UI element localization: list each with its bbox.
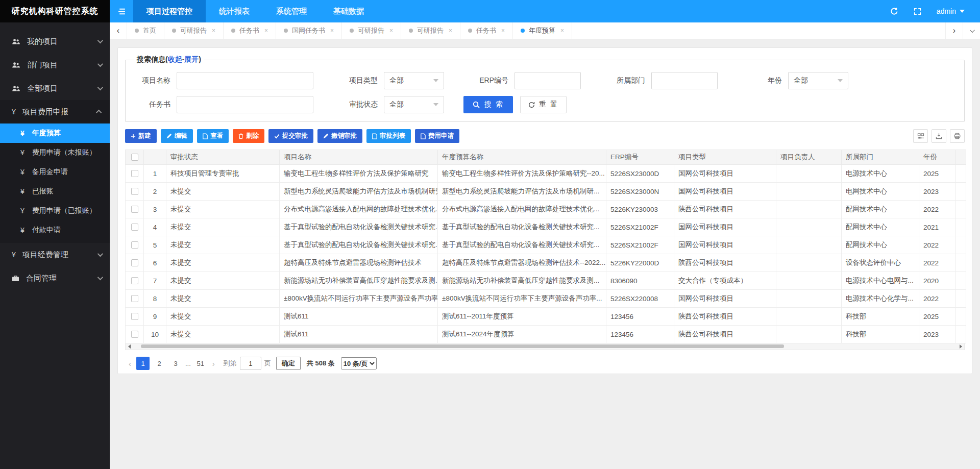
tab-dot-icon xyxy=(350,29,354,33)
sidebar-subitem[interactable]: ¥费用申请（已报账） xyxy=(0,201,110,220)
leader-cell xyxy=(776,272,842,290)
tab[interactable]: 任务书× xyxy=(224,22,276,39)
sidebar-subitem[interactable]: ¥付款申请 xyxy=(0,220,110,240)
columns-button[interactable] xyxy=(913,129,928,143)
fullscreen-icon[interactable] xyxy=(914,8,921,15)
table-row[interactable]: 2未提交新型电力系统灵活爬坡能力评估方法及市场机制研究新型电力系统灵活爬坡能力评… xyxy=(126,183,966,201)
close-icon[interactable]: × xyxy=(560,27,564,34)
page-button-3[interactable]: 3 xyxy=(169,357,182,370)
status-select[interactable]: 全部 xyxy=(384,96,444,113)
confirm-button[interactable]: 确定 xyxy=(276,357,301,370)
close-icon[interactable]: × xyxy=(501,27,505,34)
费用申请-button[interactable]: 费用申请 xyxy=(415,129,459,143)
sidebar-item[interactable]: ¥项目费用申报 xyxy=(0,100,110,124)
tab[interactable]: 任务书× xyxy=(460,22,513,39)
close-icon[interactable]: × xyxy=(389,27,393,34)
jump-page-input[interactable] xyxy=(240,357,261,370)
print-button[interactable] xyxy=(950,129,965,143)
next-page-icon[interactable]: › xyxy=(209,359,218,368)
编辑-button[interactable]: 编辑 xyxy=(161,129,193,143)
row-checkbox[interactable] xyxy=(131,331,138,338)
reset-button[interactable]: 重 置 xyxy=(520,96,567,113)
nav-item-1[interactable]: 统计报表 xyxy=(206,0,263,22)
sidebar-subitem[interactable]: ¥费用申请（未报账） xyxy=(0,143,110,162)
task-input[interactable] xyxy=(177,96,313,113)
tab[interactable]: 首页 xyxy=(127,22,164,39)
scroll-left-icon[interactable] xyxy=(126,343,133,350)
table-row[interactable]: 4未提交基于真型试验的配电自动化设备检测关键技术研究...基于真型试验的配电自动… xyxy=(126,218,966,236)
expand-link[interactable]: 展开 xyxy=(184,55,199,63)
row-checkbox[interactable] xyxy=(131,313,138,320)
sidebar-item[interactable]: 我的项目 xyxy=(0,30,110,53)
table-row[interactable]: 1科技项目管理专责审批输变电工程生物多样性评价方法及保护策略研究输变电工程生物多… xyxy=(126,165,966,183)
sidebar-subitem[interactable]: ¥已报账 xyxy=(0,182,110,201)
查看-button[interactable]: 查看 xyxy=(197,129,229,143)
tabs-scroll-left-icon[interactable]: ‹ xyxy=(110,22,127,39)
row-checkbox[interactable] xyxy=(131,277,138,284)
tab[interactable]: 国网任务书× xyxy=(276,22,342,39)
审批列表-button[interactable]: 审批列表 xyxy=(366,129,411,143)
page-button-1[interactable]: 1 xyxy=(136,357,150,370)
sidebar-item[interactable]: ¥项目经费管理 xyxy=(0,243,110,266)
scroll-right-icon[interactable] xyxy=(957,343,964,350)
dept-input[interactable] xyxy=(651,72,718,89)
user-menu[interactable]: admin xyxy=(937,7,965,15)
scrollbar-thumb[interactable] xyxy=(141,344,784,348)
select-all-checkbox[interactable] xyxy=(131,154,138,161)
sidebar-item[interactable]: 合同管理 xyxy=(0,266,110,290)
sidebar-item[interactable]: 全部项目 xyxy=(0,77,110,100)
horizontal-scrollbar[interactable] xyxy=(125,343,965,350)
year-select[interactable]: 全部 xyxy=(788,72,848,89)
project-name-input[interactable] xyxy=(177,72,313,89)
page-button-2[interactable]: 2 xyxy=(153,357,166,370)
collapse-link[interactable]: 收起 xyxy=(168,55,182,63)
prev-page-icon[interactable]: ‹ xyxy=(125,359,135,368)
chevron-down-icon xyxy=(960,10,965,13)
table-row[interactable]: 9未提交测试611测试611--2011年度预算123456陕西公司科技项目科技… xyxy=(126,308,966,326)
close-icon[interactable]: × xyxy=(212,27,215,34)
删除-button[interactable]: 删除 xyxy=(233,129,264,143)
row-checkbox[interactable] xyxy=(131,259,138,266)
erp-input[interactable] xyxy=(514,72,581,89)
row-checkbox[interactable] xyxy=(131,295,138,302)
tabs-menu-icon[interactable] xyxy=(963,22,980,39)
tab-dot-icon xyxy=(284,29,288,33)
nav-item-3[interactable]: 基础数据 xyxy=(320,0,377,22)
row-checkbox[interactable] xyxy=(131,170,138,177)
sidebar-subitem[interactable]: ¥年度预算 xyxy=(0,124,110,143)
row-checkbox[interactable] xyxy=(131,206,138,213)
table-row[interactable]: 5未提交基于真型试验的配电自动化设备检测关键技术研究...基于真型试验的配电自动… xyxy=(126,236,966,254)
page-size-select[interactable]: 10 条/页 xyxy=(341,357,377,369)
table-row[interactable]: 6未提交超特高压及特殊节点避雷器现场检测评估技术超特高压及特殊节点避雷器现场检测… xyxy=(126,254,966,272)
close-icon[interactable]: × xyxy=(449,27,452,34)
tab[interactable]: 年度预算× xyxy=(513,22,572,39)
dept-cell: 配网技术中心 xyxy=(842,236,919,254)
close-icon[interactable]: × xyxy=(330,27,334,34)
table-row[interactable]: 10未提交测试611测试611--2024年度预算123456陕西公司科技项目科… xyxy=(126,326,966,343)
close-icon[interactable]: × xyxy=(264,27,268,34)
提交审批-button[interactable]: 提交审批 xyxy=(268,129,313,143)
tab[interactable]: 可研报告× xyxy=(164,22,224,39)
table-row[interactable]: 3未提交分布式电源高渗透接入配电网的故障处理技术优化...分布式电源高渗透接入配… xyxy=(126,201,966,218)
page-button-51[interactable]: 51 xyxy=(194,357,207,370)
row-checkbox[interactable] xyxy=(131,188,138,195)
search-button[interactable]: 搜 索 xyxy=(463,96,513,113)
export-button[interactable] xyxy=(932,129,946,143)
table-row[interactable]: 8未提交±800kV换流站不同运行功率下主要声源设备声功率...±800kV换流… xyxy=(126,290,966,308)
新建-button[interactable]: 新建 xyxy=(125,129,157,143)
menu-toggle-icon[interactable] xyxy=(110,0,133,22)
table-row[interactable]: 7未提交新能源场站无功补偿装置高低压穿越性能要求及测...新能源场站无功补偿装置… xyxy=(126,272,966,290)
row-checkbox[interactable] xyxy=(131,224,138,231)
tabs-scroll-right-icon[interactable]: › xyxy=(945,22,963,39)
project-type-select[interactable]: 全部 xyxy=(384,72,444,89)
scrollbar-track[interactable] xyxy=(133,343,957,350)
row-checkbox[interactable] xyxy=(131,241,138,249)
refresh-icon[interactable] xyxy=(890,7,898,15)
sidebar-item[interactable]: 部门项目 xyxy=(0,53,110,77)
nav-item-0[interactable]: 项目过程管控 xyxy=(133,0,206,22)
tab[interactable]: 可研报告× xyxy=(342,22,401,39)
撤销审批-button[interactable]: 撤销审批 xyxy=(317,129,362,143)
nav-item-2[interactable]: 系统管理 xyxy=(263,0,320,22)
tab[interactable]: 可研报告× xyxy=(401,22,460,39)
sidebar-subitem[interactable]: ¥备用金申请 xyxy=(0,162,110,182)
